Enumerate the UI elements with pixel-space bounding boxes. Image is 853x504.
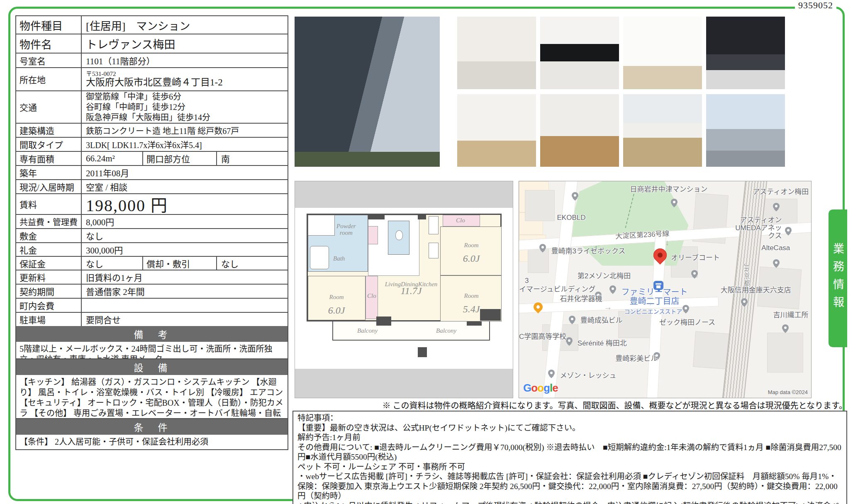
- table-row: 築年 2011年08月: [16, 165, 288, 179]
- stove-icon: [429, 216, 439, 234]
- special-notes-box: 特記事項： 【重要】最新の空き状況は、公式HP(セイワドットネット)にてご確認下…: [292, 411, 847, 504]
- row-label: 号室名: [16, 54, 82, 67]
- row-label: 築年: [16, 166, 82, 179]
- photo-balcony-view: [706, 94, 785, 167]
- location-map: JR京都線 → → ↓ 日商岩井中津マンション アスティオン梅田 EKOBLD …: [519, 181, 812, 398]
- row-value: 普通借家 2年間: [82, 285, 288, 298]
- direction: 南: [217, 152, 288, 165]
- map-label: EKOBLD: [557, 214, 586, 222]
- table-row: 賃料 198,000 円: [16, 193, 288, 214]
- table-row: 現況/入居時期 空室 / 相談: [16, 179, 288, 193]
- room-southwest-label: Room 6.0J: [322, 287, 351, 315]
- document-number: 9359052: [795, 0, 836, 11]
- table-row: 専有面積 66.24m² 開口部方位 南: [16, 151, 288, 165]
- photo-hallway: [540, 94, 619, 167]
- amortization: なし: [217, 257, 288, 270]
- business-info-tab[interactable]: 業務情報: [829, 209, 847, 347]
- map-label: 吉川繊工所: [773, 311, 808, 319]
- row-value: 3LDK[ LDK11.7x洋6x洋6x洋5.4]: [82, 138, 288, 151]
- row-value: 300,000円: [82, 243, 288, 256]
- block-number: 3: [525, 277, 529, 285]
- row-value: 鉄筋コンクリート造 地上11階 総戸数67戸: [82, 124, 288, 137]
- shoe-cabinet: [368, 226, 378, 244]
- map-label: メゾン・レッシュ: [560, 372, 617, 380]
- balcony: [332, 321, 490, 341]
- table-row: 所在地 〒531-0072 大阪府大阪市北区豊崎４丁目1-2: [16, 67, 288, 90]
- bathtub: [310, 246, 329, 269]
- room-northeast-label: Room 6.0J: [457, 235, 486, 263]
- row-label: 物件種目: [16, 16, 82, 34]
- map-label: オリーブコート: [671, 254, 720, 262]
- postal-code: 〒531-0072: [86, 71, 116, 77]
- deposit: なし: [82, 257, 143, 270]
- conditions-text: 【条件】 2人入居可能・子供可・保証会社利用必須: [16, 435, 288, 449]
- map-label: コンビニエンスストア: [624, 308, 682, 316]
- row-label: 敷金: [16, 229, 82, 242]
- transport-line: 阪急神戸線「大阪梅田」徒歩14分: [86, 112, 210, 123]
- row-label: 所在地: [16, 68, 82, 90]
- ldk-label: LivingDiningKitchen 11.7J: [378, 281, 444, 295]
- closet-top-label: Clo: [456, 217, 465, 224]
- powder-room-label: Powder room: [336, 223, 356, 236]
- map-pin: [741, 298, 748, 305]
- map-pin: [682, 305, 689, 312]
- entry: [308, 215, 335, 236]
- row-value: 空室 / 相談: [82, 180, 288, 193]
- map-pin: [569, 316, 575, 322]
- map-label: アスティオン梅田: [753, 188, 809, 196]
- row-label: 駐車場: [16, 313, 82, 326]
- photo-washbasin: [457, 17, 536, 89]
- map-pin: [782, 324, 789, 331]
- map-label: Sérénité 梅田北: [578, 339, 627, 347]
- table-row: 敷金 なし: [16, 228, 288, 242]
- row-value: [住居用] マンション: [82, 16, 288, 34]
- row-label: 交通: [16, 91, 82, 123]
- map-label: 日商岩井中津マンション: [630, 185, 708, 193]
- notes-line: ◆申込から1ヶ月以内に賃料発生 ◆リフォームアップ後現状有姿 ◆駐輪場契約の場合…: [297, 501, 842, 504]
- row-label: 契約期間: [16, 285, 82, 298]
- equipment-header: 設 備: [16, 359, 288, 375]
- row-value: なし: [82, 229, 288, 242]
- table-row: 共益費・管理費 8,000円: [16, 214, 288, 228]
- row-label: 礼金: [16, 243, 82, 256]
- convenience-store-icon: [653, 281, 663, 290]
- conditions-box: 条 件 【条件】 2人入居可能・子供可・保証会社利用必須: [15, 418, 288, 450]
- transport-line: 御堂筋線「中津」徒歩6分: [86, 92, 181, 102]
- photo-building-exterior: [295, 17, 440, 167]
- table-row: 更新料 旧賃料の1ヶ月: [16, 270, 288, 284]
- transport-cell: 御堂筋線「中津」徒歩6分 谷町線「中崎町」徒歩12分 阪急神戸線「大阪梅田」徒歩…: [82, 91, 288, 123]
- photo-corridor: [623, 94, 702, 167]
- sub-label: 開口部方位: [143, 152, 217, 165]
- notes-line: ペット 不可・ルームシェア 不可・事務所 不可: [297, 462, 842, 472]
- address: 大阪府大阪市北区豊崎４丁目1-2: [86, 77, 223, 88]
- table-row: 保証金 なし 償却・敷引 なし: [16, 256, 288, 270]
- photo-bathroom: [706, 17, 785, 89]
- row-label: 保証金: [16, 257, 82, 270]
- map-label: C学園高等学校: [519, 333, 566, 341]
- row-label: 物件名: [16, 34, 82, 53]
- map-pin: [609, 285, 616, 292]
- sink-icon: [429, 243, 439, 258]
- map-label: 大阪信用金庫天六支店: [721, 286, 791, 294]
- map-label: ファミリーマート 豊崎二丁目店: [621, 287, 687, 306]
- row-label: 共益費・管理費: [16, 215, 82, 228]
- rent-value: 198,000 円: [82, 194, 288, 214]
- remarks-header: 備 考: [16, 326, 288, 342]
- map-label: 第2メゾン北梅田: [578, 272, 631, 280]
- address-cell: 〒531-0072 大阪府大阪市北区豊崎４丁目1-2: [82, 68, 288, 90]
- map-label: ゼック梅田ノース: [659, 319, 715, 326]
- table-row: 駐車場 要問合せ: [16, 312, 288, 326]
- notes-line: 解約予告:1ヶ月前: [297, 433, 842, 443]
- row-value: 8,000円: [82, 215, 288, 228]
- row-label: 現況/入居時期: [16, 180, 82, 193]
- property-name: トレヴァンス梅田: [82, 34, 288, 53]
- map-label: イマージュビルディング: [519, 285, 595, 293]
- table-row: 号室名 1101（11階部分）: [16, 53, 288, 67]
- table-row: 間取タイプ 3LDK[ LDK11.7x洋6x洋6x洋5.4]: [16, 137, 288, 151]
- business-info-tab-label: 業務情報: [830, 243, 846, 314]
- google-logo: Google: [523, 382, 558, 394]
- map-label: 豊崎彩美ビル: [615, 355, 658, 363]
- bath-label: Bath: [333, 255, 345, 262]
- row-value: 2011年08月: [82, 166, 288, 179]
- row-label: 賃料: [16, 194, 82, 214]
